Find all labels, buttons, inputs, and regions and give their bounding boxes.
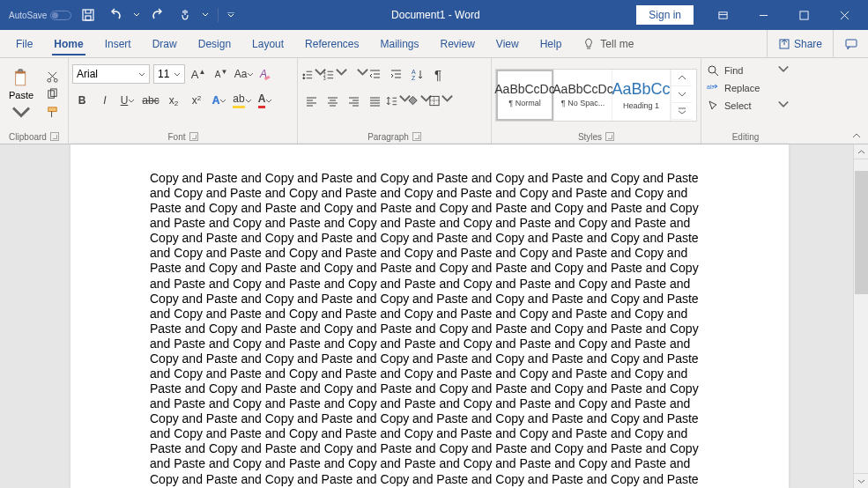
highlight-button[interactable]: ab — [233, 91, 252, 110]
font-size-combo[interactable]: 11 — [153, 64, 185, 84]
style-heading1[interactable]: AaBbCc Heading 1 — [612, 70, 671, 121]
chevron-down-icon — [777, 99, 790, 111]
undo-dropdown[interactable] — [133, 12, 140, 18]
strikethrough-button[interactable]: abc — [141, 91, 160, 110]
ribbon-options-button[interactable] — [702, 3, 743, 27]
decrease-indent-button[interactable] — [365, 64, 384, 84]
tab-review[interactable]: Review — [430, 30, 486, 57]
styles-launcher[interactable] — [605, 132, 614, 141]
close-button[interactable] — [824, 3, 864, 27]
style-preview: AaBbCc — [612, 80, 670, 99]
sort-button[interactable]: AZ — [407, 64, 427, 84]
tab-home[interactable]: Home — [43, 30, 93, 57]
redo-button[interactable] — [145, 4, 168, 26]
font-launcher[interactable] — [189, 132, 198, 141]
subscript-button[interactable]: x2 — [164, 91, 183, 110]
shading-button[interactable] — [407, 91, 427, 110]
superscript-button[interactable]: x2 — [187, 91, 206, 110]
shrink-font-button[interactable]: A▼ — [211, 64, 231, 84]
touch-mode-button[interactable] — [174, 4, 197, 26]
styles-scroll-up[interactable] — [671, 70, 692, 86]
italic-button[interactable]: I — [95, 91, 115, 110]
borders-button[interactable] — [428, 91, 448, 110]
tab-references[interactable]: References — [294, 30, 369, 57]
select-button[interactable]: Select — [705, 97, 786, 115]
eraser-icon — [264, 73, 271, 80]
tell-me-search[interactable]: Tell me — [572, 30, 644, 57]
bullets-icon — [301, 68, 314, 81]
svg-rect-8 — [16, 71, 26, 73]
vertical-scrollbar[interactable] — [853, 144, 868, 488]
scroll-down-button[interactable] — [854, 473, 868, 488]
search-icon — [707, 64, 719, 77]
multilevel-icon — [344, 68, 356, 81]
paragraph-launcher[interactable] — [412, 132, 421, 141]
chevron-up-icon — [851, 131, 862, 140]
font-name-combo[interactable]: Arial — [72, 64, 150, 84]
bold-button[interactable]: B — [72, 91, 92, 110]
minimize-button[interactable] — [743, 3, 783, 27]
tab-help[interactable]: Help — [530, 30, 573, 57]
scroll-up-button[interactable] — [854, 144, 868, 159]
signin-button[interactable]: Sign in — [636, 5, 694, 25]
numbering-button[interactable]: 123 — [323, 64, 342, 84]
tab-design[interactable]: Design — [188, 30, 241, 57]
underline-button[interactable]: U — [118, 91, 137, 110]
tab-file[interactable]: File — [5, 30, 43, 57]
document-page[interactable]: Copy and Paste and Copy and Paste and Co… — [70, 144, 789, 488]
chevron-down-icon — [202, 12, 209, 18]
font-name-value: Arial — [77, 68, 98, 80]
scroll-thumb[interactable] — [855, 171, 868, 294]
comments-button[interactable] — [833, 30, 868, 57]
find-button[interactable]: Find — [705, 62, 786, 79]
group-styles: AaBbCcDc ¶ Normal AaBbCcDc ¶ No Spac... … — [492, 58, 701, 144]
multilevel-list-button[interactable] — [344, 64, 363, 84]
cut-button[interactable] — [39, 69, 65, 85]
chevron-down-icon — [174, 72, 181, 78]
bullets-button[interactable] — [301, 64, 321, 84]
change-case-button[interactable]: Aa — [234, 64, 254, 84]
lightbulb-icon — [582, 38, 595, 50]
chevron-down-icon — [678, 91, 686, 98]
format-painter-button[interactable] — [39, 104, 65, 121]
clipboard-launcher[interactable] — [50, 132, 59, 141]
font-color-button[interactable]: A — [256, 91, 275, 110]
justify-button[interactable] — [365, 91, 384, 110]
tab-layout[interactable]: Layout — [241, 30, 294, 57]
autosave-label: AutoSave — [9, 11, 47, 20]
align-right-button[interactable] — [344, 91, 363, 110]
tab-draw[interactable]: Draw — [142, 30, 188, 57]
maximize-button[interactable] — [783, 3, 824, 27]
undo-button[interactable] — [105, 4, 128, 26]
paste-button[interactable]: Paste — [4, 69, 39, 122]
autosave-toggle[interactable]: AutoSave — [9, 11, 71, 20]
svg-rect-0 — [83, 10, 93, 20]
tab-insert[interactable]: Insert — [94, 30, 142, 57]
show-marks-button[interactable]: ¶ — [428, 64, 448, 84]
align-center-button[interactable] — [323, 91, 342, 110]
line-spacing-button[interactable] — [386, 91, 405, 110]
text-effects-button[interactable]: A — [210, 91, 229, 110]
style-label: Heading 1 — [623, 101, 659, 110]
increase-indent-button[interactable] — [386, 64, 405, 84]
style-no-spacing[interactable]: AaBbCcDc ¶ No Spac... — [554, 70, 612, 121]
group-font: Arial 11 A▲ A▼ Aa A B I U abc x2 x2 A ab… — [69, 58, 298, 144]
tab-view[interactable]: View — [486, 30, 530, 57]
styles-scroll-down[interactable] — [671, 86, 692, 103]
styles-expand[interactable] — [671, 103, 692, 120]
style-label: ¶ No Spac... — [561, 99, 605, 107]
share-button[interactable]: Share — [767, 30, 833, 57]
customize-qat-dropdown[interactable] — [227, 12, 234, 18]
align-left-button[interactable] — [301, 91, 321, 110]
tab-mailings[interactable]: Mailings — [369, 30, 429, 57]
replace-button[interactable]: abReplace — [705, 79, 786, 97]
grow-font-button[interactable]: A▲ — [189, 64, 208, 84]
document-text[interactable]: Copy and Paste and Copy and Paste and Co… — [150, 171, 709, 488]
style-normal[interactable]: AaBbCcDc ¶ Normal — [496, 70, 554, 121]
copy-button[interactable] — [39, 86, 65, 103]
clear-formatting-button[interactable]: A — [257, 64, 277, 84]
title-bar: AutoSave Document1 - Word Sign in — [0, 0, 868, 30]
save-button[interactable] — [77, 4, 100, 26]
touch-dropdown[interactable] — [202, 12, 209, 18]
collapse-ribbon-button[interactable] — [849, 129, 864, 142]
